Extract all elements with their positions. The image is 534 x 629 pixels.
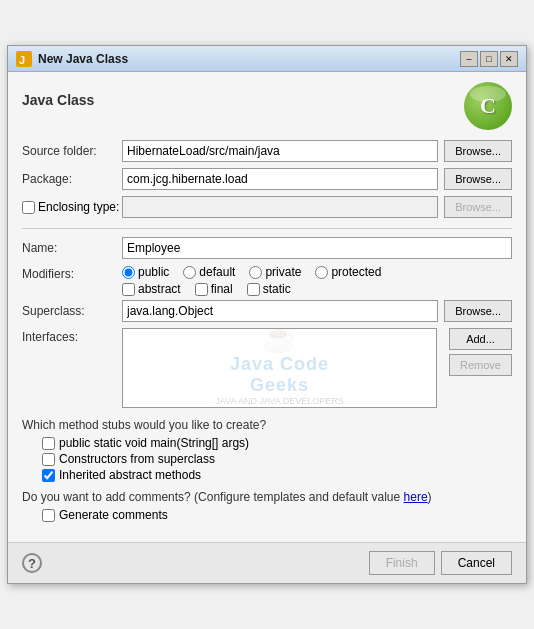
- comments-title-suffix: ): [428, 490, 432, 504]
- new-java-class-dialog: J New Java Class – □ ✕ Java Class C Sour…: [7, 45, 527, 584]
- interfaces-label: Interfaces:: [22, 328, 122, 344]
- modifiers-label: Modifiers:: [22, 265, 122, 281]
- stub-main[interactable]: public static void main(String[] args): [42, 436, 512, 450]
- title-controls: – □ ✕: [460, 51, 518, 67]
- watermark: ☕ Java Code Geeks JAVA AND JAVA DEVELOPE…: [201, 328, 358, 408]
- modifiers-row: Modifiers: public default private: [22, 265, 512, 296]
- section-header: Java Class: [22, 92, 94, 108]
- window-body: Java Class C Source folder: Browse... Pa…: [8, 72, 526, 542]
- title-bar-left: J New Java Class: [16, 51, 128, 67]
- modifier-public[interactable]: public: [122, 265, 169, 279]
- enclosing-type-input[interactable]: [122, 196, 438, 218]
- superclass-label: Superclass:: [22, 304, 122, 318]
- comments-title: Do you want to add comments? (Configure …: [22, 490, 512, 504]
- name-label: Name:: [22, 241, 122, 255]
- stub-inherited[interactable]: Inherited abstract methods: [42, 468, 512, 482]
- package-label: Package:: [22, 172, 122, 186]
- modifier-abstract[interactable]: abstract: [122, 282, 181, 296]
- modifiers-radio-group: public default private protected: [122, 265, 381, 279]
- generate-comments-label[interactable]: Generate comments: [22, 508, 512, 522]
- footer: ? Finish Cancel: [8, 542, 526, 583]
- name-row: Name:: [22, 237, 512, 259]
- modifiers-content: public default private protected: [122, 265, 381, 296]
- watermark-main-text: Java Code Geeks: [201, 354, 358, 396]
- package-browse-button[interactable]: Browse...: [444, 168, 512, 190]
- modifier-private[interactable]: private: [249, 265, 301, 279]
- minimize-button[interactable]: –: [460, 51, 478, 67]
- comments-here-link[interactable]: here: [404, 490, 428, 504]
- watermark-sub-text: JAVA AND JAVA DEVELOPERS RESOURCE CENTER: [201, 396, 358, 409]
- superclass-browse-button[interactable]: Browse...: [444, 300, 512, 322]
- stubs-items: public static void main(String[] args) C…: [22, 436, 512, 482]
- interfaces-remove-button[interactable]: Remove: [449, 354, 512, 376]
- stubs-title: Which method stubs would you like to cre…: [22, 418, 512, 432]
- interfaces-box: ☕ Java Code Geeks JAVA AND JAVA DEVELOPE…: [122, 328, 437, 408]
- stubs-section: Which method stubs would you like to cre…: [22, 418, 512, 482]
- header-row: Java Class C: [22, 82, 512, 130]
- modifier-protected[interactable]: protected: [315, 265, 381, 279]
- package-row: Package: Browse...: [22, 168, 512, 190]
- maximize-button[interactable]: □: [480, 51, 498, 67]
- footer-buttons: Finish Cancel: [369, 551, 512, 575]
- window-title: New Java Class: [38, 52, 128, 66]
- java-icon: J: [16, 51, 32, 67]
- title-bar: J New Java Class – □ ✕: [8, 46, 526, 72]
- enclosing-type-checkbox[interactable]: [22, 201, 35, 214]
- interfaces-add-button[interactable]: Add...: [449, 328, 512, 350]
- finish-button[interactable]: Finish: [369, 551, 435, 575]
- package-input[interactable]: [122, 168, 438, 190]
- generate-comments-checkbox[interactable]: [42, 509, 55, 522]
- source-folder-input[interactable]: [122, 140, 438, 162]
- superclass-input[interactable]: [122, 300, 438, 322]
- stub-constructors[interactable]: Constructors from superclass: [42, 452, 512, 466]
- modifier-default[interactable]: default: [183, 265, 235, 279]
- superclass-row: Superclass: Browse...: [22, 300, 512, 322]
- comments-section: Do you want to add comments? (Configure …: [22, 490, 512, 522]
- enclosing-type-row: Enclosing type: Browse...: [22, 196, 512, 218]
- cancel-button[interactable]: Cancel: [441, 551, 512, 575]
- modifier-final[interactable]: final: [195, 282, 233, 296]
- enclosing-type-browse-button[interactable]: Browse...: [444, 196, 512, 218]
- svg-text:J: J: [19, 54, 25, 66]
- enclosing-type-label: Enclosing type:: [38, 200, 119, 214]
- eclipse-logo: C: [464, 82, 512, 130]
- source-folder-label: Source folder:: [22, 144, 122, 158]
- name-input[interactable]: [122, 237, 512, 259]
- modifiers-checkbox-group: abstract final static: [122, 282, 381, 296]
- interfaces-buttons: Add... Remove: [443, 328, 512, 376]
- source-folder-row: Source folder: Browse...: [22, 140, 512, 162]
- modifier-static[interactable]: static: [247, 282, 291, 296]
- source-folder-browse-button[interactable]: Browse...: [444, 140, 512, 162]
- close-button[interactable]: ✕: [500, 51, 518, 67]
- help-button[interactable]: ?: [22, 553, 42, 573]
- divider-1: [22, 228, 512, 229]
- comments-title-prefix: Do you want to add comments? (Configure …: [22, 490, 404, 504]
- enclosing-type-checkbox-label[interactable]: Enclosing type:: [22, 200, 122, 214]
- interfaces-box-wrapper: ☕ Java Code Geeks JAVA AND JAVA DEVELOPE…: [122, 328, 437, 408]
- generate-comments-text: Generate comments: [59, 508, 168, 522]
- interfaces-row: Interfaces: ☕ Java Code Geeks JAVA AND J…: [22, 328, 512, 408]
